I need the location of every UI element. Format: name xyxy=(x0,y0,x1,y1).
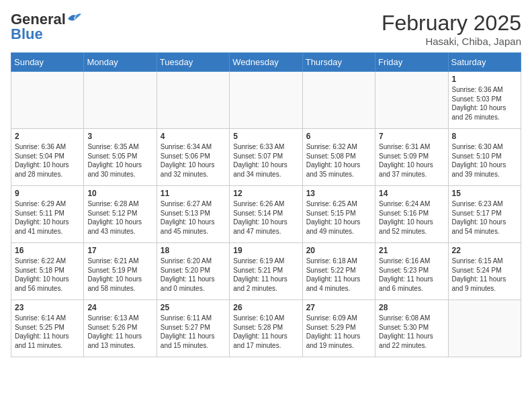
calendar-cell: 26Sunrise: 6:10 AM Sunset: 5:28 PM Dayli… xyxy=(230,300,302,357)
day-number: 9 xyxy=(15,189,80,198)
col-header-sunday: Sunday xyxy=(11,53,84,72)
calendar-table: SundayMondayTuesdayWednesdayThursdayFrid… xyxy=(11,52,521,357)
calendar-cell: 4Sunrise: 6:34 AM Sunset: 5:06 PM Daylig… xyxy=(157,129,229,186)
title-block: February 2025 Hasaki, Chiba, Japan xyxy=(382,11,521,47)
day-info: Sunrise: 6:21 AM Sunset: 5:19 PM Dayligh… xyxy=(87,257,152,293)
calendar-cell: 2Sunrise: 6:36 AM Sunset: 5:04 PM Daylig… xyxy=(11,129,84,186)
day-number: 14 xyxy=(379,189,444,198)
day-info: Sunrise: 6:11 AM Sunset: 5:27 PM Dayligh… xyxy=(161,314,226,350)
col-header-tuesday: Tuesday xyxy=(157,53,229,72)
day-info: Sunrise: 6:23 AM Sunset: 5:17 PM Dayligh… xyxy=(452,199,517,236)
calendar-header-row: SundayMondayTuesdayWednesdayThursdayFrid… xyxy=(11,53,521,72)
calendar-cell: 28Sunrise: 6:08 AM Sunset: 5:30 PM Dayli… xyxy=(375,300,448,357)
calendar-cell: 5Sunrise: 6:33 AM Sunset: 5:07 PM Daylig… xyxy=(230,129,302,186)
col-header-friday: Friday xyxy=(375,53,448,72)
calendar-cell: 3Sunrise: 6:35 AM Sunset: 5:05 PM Daylig… xyxy=(84,129,157,186)
day-info: Sunrise: 6:18 AM Sunset: 5:22 PM Dayligh… xyxy=(306,257,371,293)
calendar-cell: 19Sunrise: 6:19 AM Sunset: 5:21 PM Dayli… xyxy=(230,243,302,300)
day-info: Sunrise: 6:32 AM Sunset: 5:08 PM Dayligh… xyxy=(306,142,371,179)
day-info: Sunrise: 6:34 AM Sunset: 5:06 PM Dayligh… xyxy=(161,142,226,179)
day-info: Sunrise: 6:16 AM Sunset: 5:23 PM Dayligh… xyxy=(379,257,444,293)
week-row-2: 9Sunrise: 6:29 AM Sunset: 5:11 PM Daylig… xyxy=(11,186,521,243)
day-number: 11 xyxy=(161,189,226,198)
day-info: Sunrise: 6:28 AM Sunset: 5:12 PM Dayligh… xyxy=(87,199,152,236)
calendar-cell: 1Sunrise: 6:36 AM Sunset: 5:03 PM Daylig… xyxy=(448,72,521,129)
week-row-1: 2Sunrise: 6:36 AM Sunset: 5:04 PM Daylig… xyxy=(11,129,521,186)
day-info: Sunrise: 6:14 AM Sunset: 5:25 PM Dayligh… xyxy=(15,314,80,350)
day-number: 24 xyxy=(87,303,152,312)
calendar-cell: 20Sunrise: 6:18 AM Sunset: 5:22 PM Dayli… xyxy=(302,243,375,300)
page-header: General Blue February 2025 Hasaki, Chiba… xyxy=(11,11,521,47)
day-number: 27 xyxy=(306,303,371,312)
calendar-cell: 17Sunrise: 6:21 AM Sunset: 5:19 PM Dayli… xyxy=(84,243,157,300)
calendar-cell xyxy=(230,72,302,129)
logo-bird-icon xyxy=(66,12,81,24)
day-number: 16 xyxy=(15,246,80,255)
day-info: Sunrise: 6:08 AM Sunset: 5:30 PM Dayligh… xyxy=(379,314,444,350)
calendar-cell: 9Sunrise: 6:29 AM Sunset: 5:11 PM Daylig… xyxy=(11,186,84,243)
day-number: 13 xyxy=(306,189,371,198)
calendar-cell xyxy=(84,72,157,129)
calendar-cell: 12Sunrise: 6:26 AM Sunset: 5:14 PM Dayli… xyxy=(230,186,302,243)
calendar-cell: 14Sunrise: 6:24 AM Sunset: 5:16 PM Dayli… xyxy=(375,186,448,243)
logo: General Blue xyxy=(11,11,81,43)
calendar-cell: 10Sunrise: 6:28 AM Sunset: 5:12 PM Dayli… xyxy=(84,186,157,243)
calendar-cell: 25Sunrise: 6:11 AM Sunset: 5:27 PM Dayli… xyxy=(157,300,229,357)
day-info: Sunrise: 6:19 AM Sunset: 5:21 PM Dayligh… xyxy=(233,257,298,293)
day-number: 26 xyxy=(233,303,298,312)
day-info: Sunrise: 6:36 AM Sunset: 5:03 PM Dayligh… xyxy=(452,85,517,122)
day-info: Sunrise: 6:36 AM Sunset: 5:04 PM Dayligh… xyxy=(15,142,80,179)
calendar-cell xyxy=(302,72,375,129)
day-info: Sunrise: 6:22 AM Sunset: 5:18 PM Dayligh… xyxy=(15,257,80,293)
day-info: Sunrise: 6:26 AM Sunset: 5:14 PM Dayligh… xyxy=(233,199,298,236)
day-number: 10 xyxy=(87,189,152,198)
col-header-thursday: Thursday xyxy=(302,53,375,72)
day-info: Sunrise: 6:09 AM Sunset: 5:29 PM Dayligh… xyxy=(306,314,371,350)
day-info: Sunrise: 6:25 AM Sunset: 5:15 PM Dayligh… xyxy=(306,199,371,236)
day-number: 4 xyxy=(161,132,226,141)
logo-blue: Blue xyxy=(11,26,43,43)
day-number: 19 xyxy=(233,246,298,255)
location: Hasaki, Chiba, Japan xyxy=(382,36,521,47)
day-number: 3 xyxy=(87,132,152,141)
calendar-cell: 15Sunrise: 6:23 AM Sunset: 5:17 PM Dayli… xyxy=(448,186,521,243)
col-header-saturday: Saturday xyxy=(448,53,521,72)
calendar-cell xyxy=(448,300,521,357)
day-number: 23 xyxy=(15,303,80,312)
calendar-cell xyxy=(157,72,229,129)
calendar-cell: 24Sunrise: 6:13 AM Sunset: 5:26 PM Dayli… xyxy=(84,300,157,357)
day-number: 28 xyxy=(379,303,444,312)
calendar-cell: 11Sunrise: 6:27 AM Sunset: 5:13 PM Dayli… xyxy=(157,186,229,243)
col-header-wednesday: Wednesday xyxy=(230,53,302,72)
day-number: 22 xyxy=(452,246,517,255)
day-info: Sunrise: 6:29 AM Sunset: 5:11 PM Dayligh… xyxy=(15,199,80,236)
day-info: Sunrise: 6:30 AM Sunset: 5:10 PM Dayligh… xyxy=(452,142,517,179)
week-row-4: 23Sunrise: 6:14 AM Sunset: 5:25 PM Dayli… xyxy=(11,300,521,357)
day-number: 25 xyxy=(161,303,226,312)
day-info: Sunrise: 6:33 AM Sunset: 5:07 PM Dayligh… xyxy=(233,142,298,179)
day-number: 15 xyxy=(452,189,517,198)
day-number: 12 xyxy=(233,189,298,198)
day-number: 18 xyxy=(161,246,226,255)
day-info: Sunrise: 6:27 AM Sunset: 5:13 PM Dayligh… xyxy=(161,199,226,236)
calendar-cell: 8Sunrise: 6:30 AM Sunset: 5:10 PM Daylig… xyxy=(448,129,521,186)
calendar-cell xyxy=(375,72,448,129)
day-info: Sunrise: 6:13 AM Sunset: 5:26 PM Dayligh… xyxy=(87,314,152,350)
day-number: 21 xyxy=(379,246,444,255)
day-info: Sunrise: 6:15 AM Sunset: 5:24 PM Dayligh… xyxy=(452,257,517,293)
day-number: 17 xyxy=(87,246,152,255)
col-header-monday: Monday xyxy=(84,53,157,72)
week-row-0: 1Sunrise: 6:36 AM Sunset: 5:03 PM Daylig… xyxy=(11,72,521,129)
day-number: 8 xyxy=(452,132,517,141)
day-info: Sunrise: 6:31 AM Sunset: 5:09 PM Dayligh… xyxy=(379,142,444,179)
calendar-cell: 22Sunrise: 6:15 AM Sunset: 5:24 PM Dayli… xyxy=(448,243,521,300)
day-number: 6 xyxy=(306,132,371,141)
day-info: Sunrise: 6:10 AM Sunset: 5:28 PM Dayligh… xyxy=(233,314,298,350)
calendar-cell: 18Sunrise: 6:20 AM Sunset: 5:20 PM Dayli… xyxy=(157,243,229,300)
calendar-cell: 21Sunrise: 6:16 AM Sunset: 5:23 PM Dayli… xyxy=(375,243,448,300)
calendar-cell: 16Sunrise: 6:22 AM Sunset: 5:18 PM Dayli… xyxy=(11,243,84,300)
calendar-cell: 6Sunrise: 6:32 AM Sunset: 5:08 PM Daylig… xyxy=(302,129,375,186)
day-info: Sunrise: 6:35 AM Sunset: 5:05 PM Dayligh… xyxy=(87,142,152,179)
calendar-cell xyxy=(11,72,84,129)
day-number: 5 xyxy=(233,132,298,141)
